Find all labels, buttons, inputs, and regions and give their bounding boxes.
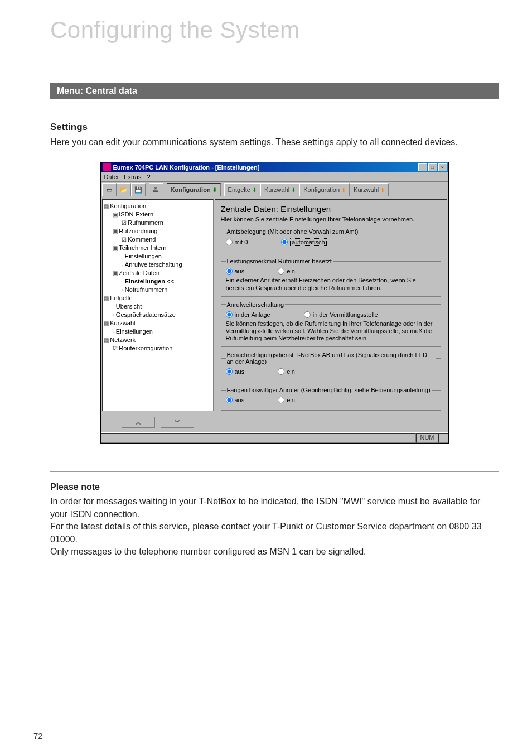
tree-kommend[interactable]: Kommend xyxy=(104,235,212,244)
panel-desc: Hier können Sie zentrale Einstellungen I… xyxy=(221,216,441,223)
menu-extras[interactable]: Extras xyxy=(124,174,141,180)
tree-root[interactable]: Konfiguration xyxy=(104,202,212,210)
toolbar-entgelte-down[interactable]: Entgelte⬇ xyxy=(224,183,260,196)
note-besetzt: Ein externer Anrufer erhält Freizeichen … xyxy=(226,277,436,291)
panel-title: Zentrale Daten: Einstellungen xyxy=(221,204,441,214)
save-icon[interactable]: 💾 xyxy=(131,183,146,196)
section-text: Here you can edit your communications sy… xyxy=(50,136,499,148)
group-amtsbelegung: Amtsbelegung (Mit oder ohne Vorwahl zum … xyxy=(221,228,441,253)
new-icon[interactable]: ▭ xyxy=(102,183,117,196)
toolbar-konfiguration-up[interactable]: Konfiguration⬆ xyxy=(299,183,350,196)
tree-gespraechsdatensaetze[interactable]: Gesprächsdatensätze xyxy=(104,311,212,319)
app-window: Eumex 704PC LAN Konfiguration - [Einstel… xyxy=(100,162,449,444)
tree-collapse-button[interactable]: ︽ xyxy=(122,417,155,428)
print-icon[interactable]: 🖶 xyxy=(149,183,163,196)
menu-help[interactable]: ? xyxy=(147,174,150,180)
tree-isdn-extern[interactable]: ISDN-Extern xyxy=(104,210,212,219)
page-title: Configuring the System xyxy=(50,17,499,44)
tree-rufnummern[interactable]: Rufnummern xyxy=(104,219,212,227)
toolbar-konfiguration-down[interactable]: Konfiguration⬇ xyxy=(167,183,221,196)
toolbar-kurzwahl-down[interactable]: Kurzwahl⬇ xyxy=(260,183,299,196)
radio-besetzt-aus[interactable]: aus xyxy=(226,268,245,275)
tree-zentrale-daten[interactable]: Zentrale Daten xyxy=(104,269,212,277)
radio-aws-anlage[interactable]: in der Anlage xyxy=(226,311,270,318)
tree-kurzwahl[interactable]: Kurzwahl xyxy=(104,319,212,328)
close-button[interactable]: × xyxy=(438,163,447,171)
tree-einstellungen-current[interactable]: Einstellungen xyxy=(104,277,212,286)
group-besetzt: Leistungsmerkmal Rufnummer besetzt aus e… xyxy=(221,258,441,296)
legend-tnetbox: Benachrichtigungsdienst T-NetBox AB und … xyxy=(226,351,436,365)
menu-datei[interactable]: Datei xyxy=(104,174,119,180)
open-icon[interactable]: 📂 xyxy=(117,183,131,196)
tree-teilnehmer-intern[interactable]: Teilnehmer Intern xyxy=(104,244,212,252)
legend-fangen: Fangen böswilliger Anrufer (Gebührenpfli… xyxy=(226,387,432,393)
group-tnetbox: Benachrichtigungsdienst T-NetBox AB und … xyxy=(221,351,441,382)
group-aws: Anrufweiterschaltung in der Anlage in de… xyxy=(221,301,441,348)
menu-strip: Datei Extras ? xyxy=(101,172,448,182)
toolbar-kurzwahl-up[interactable]: Kurzwahl⬆ xyxy=(350,183,389,196)
title-bar: Eumex 704PC LAN Konfiguration - [Einstel… xyxy=(101,162,448,172)
tree-einstellungen-1[interactable]: Einstellungen xyxy=(104,252,212,261)
title-text: Eumex 704PC LAN Konfiguration - [Einstel… xyxy=(113,164,418,171)
status-num: NUM xyxy=(416,433,438,443)
note-heading: Please note xyxy=(50,482,499,492)
legend-amtsbelegung: Amtsbelegung (Mit oder ohne Vorwahl zum … xyxy=(226,228,360,235)
main-panel: Zentrale Daten: Einstellungen Hier könne… xyxy=(215,199,447,431)
toolbar: ▭ 📂 💾 🖶 Konfiguration⬇ Entgelte⬇ Kurzwah… xyxy=(101,182,448,198)
note-aws: Sie können festlegen, ob die Rufumleitun… xyxy=(226,320,436,343)
menu-heading: Menu: Central data xyxy=(50,83,499,99)
tree-einstellungen-2[interactable]: Einstellungen xyxy=(104,328,212,336)
note-line-1: In order for messages waiting in your T-… xyxy=(50,495,499,521)
radio-tnetbox-ein[interactable]: ein xyxy=(278,368,295,375)
radio-fangen-aus[interactable]: aus xyxy=(226,397,245,403)
note-line-2: For the latest details of this service, … xyxy=(50,521,499,546)
radio-fangen-ein[interactable]: ein xyxy=(278,397,295,403)
tree-uebersicht[interactable]: Übersicht xyxy=(104,302,212,311)
radio-automatisch[interactable]: automatisch xyxy=(281,238,326,246)
status-bar: NUM xyxy=(101,432,448,443)
maximize-button[interactable]: □ xyxy=(428,163,437,171)
section-heading: Settings xyxy=(50,122,499,133)
tree-routerkonfiguration[interactable]: Routerkonfiguration xyxy=(104,344,212,353)
radio-aws-vst[interactable]: in der Vermittlungsstelle xyxy=(304,311,378,318)
radio-besetzt-ein[interactable]: ein xyxy=(278,268,295,275)
tree-rufzuordnung[interactable]: Rufzuordnung xyxy=(104,227,212,235)
radio-mit-0[interactable]: mit 0 xyxy=(226,239,248,245)
tree-notrufnummern[interactable]: Notrufnummern xyxy=(104,286,212,294)
tree-netzwerk[interactable]: Netzwerk xyxy=(104,336,212,344)
app-icon xyxy=(103,163,111,171)
tree-entgelte[interactable]: Entgelte xyxy=(104,294,212,302)
legend-besetzt: Leistungsmerkmal Rufnummer besetzt xyxy=(226,258,333,264)
note-line-3: Only messages to the telephone number co… xyxy=(50,546,499,558)
tree-panel[interactable]: Konfiguration ISDN-Extern Rufnummern Ruf… xyxy=(102,199,214,411)
tree-expand-button[interactable]: ︾ xyxy=(161,417,194,428)
minimize-button[interactable]: _ xyxy=(418,163,427,171)
note-block: Please note In order for messages waitin… xyxy=(50,471,499,558)
tree-anrufweiterschaltung[interactable]: Anrufweiterschaltung xyxy=(104,261,212,269)
group-fangen: Fangen böswilliger Anrufer (Gebührenpfli… xyxy=(221,387,441,411)
radio-tnetbox-aus[interactable]: aus xyxy=(226,368,245,375)
page-number: 72 xyxy=(33,731,43,740)
legend-aws: Anrufweiterschaltung xyxy=(226,301,286,308)
